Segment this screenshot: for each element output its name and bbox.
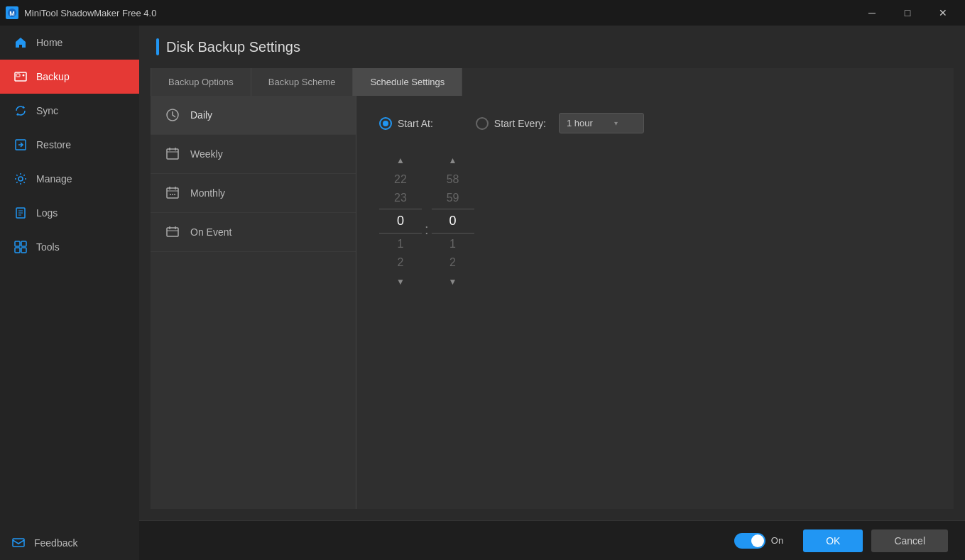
minutes-up-button[interactable]: ▲ (440, 150, 466, 170)
weekly-icon (165, 146, 180, 162)
tab-bar: Backup Options Backup Scheme Schedule Se… (151, 68, 954, 96)
sidebar-manage-label: Manage (36, 173, 72, 185)
svg-rect-13 (15, 248, 20, 253)
cancel-button[interactable]: Cancel (871, 529, 948, 552)
minutes-divider-bottom (432, 233, 474, 234)
svg-rect-17 (167, 149, 178, 159)
hours-divider-bottom (379, 233, 422, 234)
sidebar-home-label: Home (36, 37, 62, 48)
start-at-radio[interactable] (379, 117, 392, 130)
tab-backup-options[interactable]: Backup Options (151, 68, 251, 96)
daily-label: Daily (190, 109, 212, 121)
svg-rect-12 (21, 241, 26, 246)
hours-up-button[interactable]: ▲ (388, 150, 413, 170)
svg-point-25 (170, 194, 171, 195)
schedule-item-daily[interactable]: Daily (151, 96, 356, 135)
tab-backup-scheme[interactable]: Backup Scheme (251, 68, 354, 96)
toggle-thumb (751, 534, 764, 547)
svg-point-4 (23, 75, 25, 77)
monthly-label: Monthly (190, 187, 225, 199)
schedule-settings-panel: Start At: Start Every: 1 hour ▾ (356, 96, 954, 509)
main-content: Disk Backup Settings Backup Options Back… (139, 26, 965, 560)
backup-icon (13, 70, 28, 84)
hours-down-button[interactable]: ▼ (388, 272, 413, 292)
feedback-label: Feedback (34, 537, 77, 549)
daily-icon (165, 107, 180, 123)
minute-plus2: 2 (449, 253, 456, 272)
restore-icon (13, 138, 28, 152)
sidebar-item-tools[interactable]: Tools (0, 230, 139, 264)
svg-rect-3 (16, 74, 20, 77)
titlebar: M MiniTool ShadowMaker Free 4.0 ─ □ ✕ (0, 0, 965, 26)
hours-column: ▲ 22 23 0 1 2 ▼ (379, 150, 422, 292)
hour-minus1: 23 (394, 189, 407, 207)
sidebar-item-manage[interactable]: Manage (0, 162, 139, 196)
on-event-label: On Event (190, 226, 231, 238)
hour-current: 0 (397, 211, 404, 231)
titlebar-left: M MiniTool ShadowMaker Free 4.0 (6, 6, 156, 19)
start-every-radio[interactable] (476, 117, 489, 130)
svg-point-27 (174, 194, 175, 195)
sidebar: Home Backup Sync Restore Manage (0, 26, 139, 560)
maximize-button[interactable]: □ (891, 0, 924, 26)
schedule-item-monthly[interactable]: Monthly (151, 174, 356, 213)
window-controls: ─ □ ✕ (856, 0, 959, 26)
svg-rect-21 (167, 188, 178, 198)
page-header: Disk Backup Settings (139, 26, 965, 68)
sidebar-sync-label: Sync (36, 105, 58, 116)
chevron-down-icon: ▾ (614, 119, 618, 127)
svg-rect-11 (15, 241, 20, 246)
tools-icon (13, 240, 28, 254)
feedback-icon (11, 536, 26, 550)
dropdown-value: 1 hour (567, 118, 593, 128)
svg-rect-15 (13, 539, 24, 547)
start-every-option[interactable]: Start Every: 1 hour ▾ (476, 113, 644, 133)
minute-minus1: 59 (447, 189, 459, 207)
svg-rect-14 (21, 248, 26, 253)
sidebar-feedback[interactable]: Feedback (0, 526, 139, 560)
sidebar-item-logs[interactable]: Logs (0, 196, 139, 230)
sidebar-item-restore[interactable]: Restore (0, 128, 139, 162)
minimize-button[interactable]: ─ (856, 0, 888, 26)
tab-content: Daily Weekly Monthly (151, 96, 954, 509)
home-icon (13, 35, 28, 50)
sidebar-item-backup[interactable]: Backup (0, 60, 139, 94)
weekly-label: Weekly (190, 148, 223, 160)
schedule-item-on-event[interactable]: On Event (151, 213, 356, 252)
svg-text:M: M (9, 10, 15, 17)
minutes-down-button[interactable]: ▼ (440, 272, 466, 292)
sidebar-tools-label: Tools (36, 241, 60, 253)
sidebar-restore-label: Restore (36, 139, 71, 150)
sync-icon (13, 104, 28, 118)
start-at-label: Start At: (398, 118, 433, 129)
radio-options-row: Start At: Start Every: 1 hour ▾ (379, 113, 931, 133)
minutes-column: ▲ 58 59 0 1 2 ▼ (432, 150, 474, 292)
start-at-option[interactable]: Start At: (379, 117, 433, 130)
minutes-divider-top (432, 209, 474, 209)
manage-icon (13, 172, 28, 186)
time-colon-separator: : (422, 204, 432, 238)
hours-divider-top (379, 209, 422, 209)
page-title-accent (156, 38, 159, 55)
svg-point-6 (18, 177, 23, 181)
settings-panel: Backup Options Backup Scheme Schedule Se… (151, 68, 954, 509)
interval-dropdown[interactable]: 1 hour ▾ (559, 113, 644, 133)
logs-icon (13, 206, 28, 220)
app-body: Home Backup Sync Restore Manage (0, 26, 965, 560)
minute-minus2: 58 (447, 170, 459, 189)
close-button[interactable]: ✕ (927, 0, 959, 26)
on-event-icon (165, 224, 180, 240)
hour-minus2: 22 (394, 170, 407, 189)
minute-plus1: 1 (449, 235, 456, 253)
svg-rect-28 (167, 228, 178, 236)
sidebar-item-home[interactable]: Home (0, 26, 139, 60)
page-title: Disk Backup Settings (166, 39, 300, 55)
ok-button[interactable]: OK (803, 529, 863, 552)
tab-schedule-settings[interactable]: Schedule Settings (353, 68, 462, 96)
hour-plus1: 1 (398, 235, 404, 253)
toggle-container: On (734, 533, 783, 549)
on-off-toggle[interactable] (734, 533, 765, 549)
sidebar-item-sync[interactable]: Sync (0, 94, 139, 128)
schedule-item-weekly[interactable]: Weekly (151, 135, 356, 174)
time-picker: ▲ 22 23 0 1 2 ▼ : (379, 150, 931, 292)
